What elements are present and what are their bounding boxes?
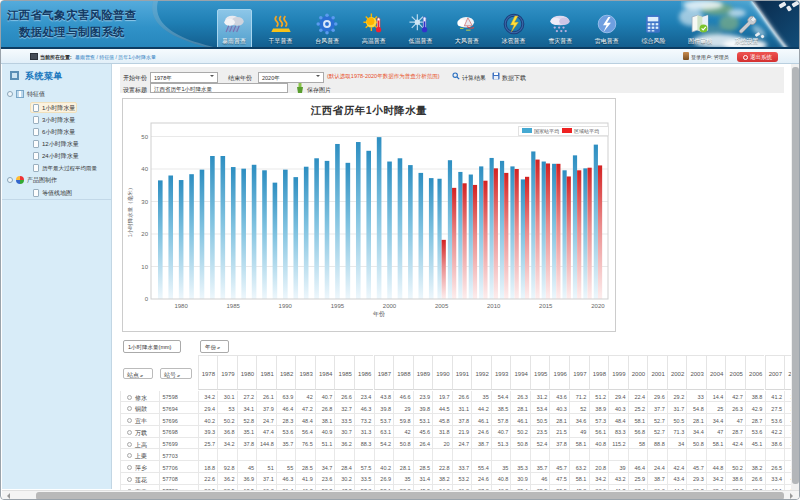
svg-text:2015: 2015 (539, 303, 553, 309)
svg-text:1980: 1980 (174, 303, 188, 309)
svg-text:2005: 2005 (435, 303, 449, 309)
svg-text:30: 30 (141, 199, 148, 205)
svg-text:2000: 2000 (383, 303, 397, 309)
svg-text:2020: 2020 (591, 303, 605, 309)
svg-text:1985: 1985 (227, 303, 241, 309)
svg-text:2010: 2010 (487, 303, 501, 309)
svg-text:1小时降水量（毫米）: 1小时降水量（毫米） (127, 185, 133, 238)
svg-text:20: 20 (141, 231, 148, 237)
svg-text:50: 50 (141, 134, 148, 140)
svg-text:10: 10 (141, 264, 148, 270)
svg-text:40: 40 (141, 166, 148, 172)
svg-text:0: 0 (145, 296, 149, 302)
svg-text:1995: 1995 (331, 303, 345, 309)
svg-text:年份: 年份 (373, 310, 385, 318)
svg-text:1990: 1990 (279, 303, 293, 309)
